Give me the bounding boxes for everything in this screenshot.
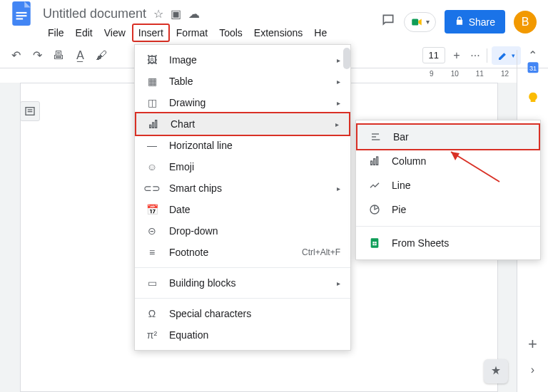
footnote-icon: ≡: [145, 247, 159, 258]
document-title[interactable]: Untitled document: [43, 6, 146, 21]
menu-file[interactable]: File: [43, 25, 69, 41]
insert-emoji[interactable]: ☺ Emoji: [135, 156, 350, 177]
share-label: Share: [469, 16, 495, 28]
insert-dropdown[interactable]: ⊝ Drop-down: [135, 220, 350, 242]
emoji-icon: ☺: [145, 161, 159, 172]
svg-rect-14: [371, 161, 372, 165]
menu-separator: [135, 267, 350, 268]
insert-building-blocks[interactable]: ▭ Building blocks ▸: [135, 272, 350, 294]
building-blocks-icon: ▭: [145, 277, 159, 289]
meet-button[interactable]: ▾: [404, 12, 436, 32]
insert-image[interactable]: 🖼 Image ▸: [135, 49, 350, 71]
insert-footnote[interactable]: ≡ Footnote Ctrl+Alt+F: [135, 242, 350, 263]
chart-from-sheets[interactable]: From Sheets: [356, 231, 540, 255]
add-icon[interactable]: +: [526, 335, 540, 349]
svg-rect-1: [16, 12, 27, 14]
chevron-right-icon: ▸: [337, 56, 340, 64]
avatar[interactable]: B: [514, 11, 537, 33]
insert-smart-chips[interactable]: ⊂⊃ Smart chips ▸: [135, 177, 350, 199]
undo-button[interactable]: ↶: [9, 48, 23, 63]
font-size-box[interactable]: 11: [422, 47, 445, 63]
svg-rect-15: [374, 159, 375, 165]
cloud-status-icon[interactable]: ☁: [188, 7, 200, 21]
insert-chart[interactable]: Chart ▸: [135, 112, 350, 136]
bar-chart-icon: [369, 131, 383, 143]
chevron-down-icon: ▾: [426, 18, 430, 26]
drawing-icon: ◫: [145, 97, 159, 108]
docs-app-icon[interactable]: [11, 1, 31, 26]
chart-pie[interactable]: Pie: [356, 197, 540, 222]
insert-date[interactable]: 📅 Date: [135, 199, 350, 220]
image-icon: 🖼: [145, 54, 159, 66]
svg-text:31: 31: [529, 65, 536, 72]
svg-rect-16: [377, 157, 378, 165]
svg-rect-3: [16, 18, 24, 19]
outline-toggle-icon[interactable]: [20, 101, 40, 121]
horizontal-line-icon: —: [145, 140, 159, 151]
svg-line-22: [451, 152, 499, 182]
chevron-right-icon: ▸: [337, 185, 340, 192]
svg-rect-10: [156, 120, 157, 128]
collapse-sidepanel-icon[interactable]: ›: [526, 363, 540, 378]
svg-rect-4: [412, 19, 418, 25]
menu-view[interactable]: View: [99, 25, 131, 41]
print-button[interactable]: 🖶: [51, 48, 66, 63]
chart-icon: [146, 118, 161, 130]
menu-extensions[interactable]: Extensions: [249, 25, 308, 41]
chevron-right-icon: ▸: [335, 120, 339, 128]
sheets-icon: [367, 237, 382, 249]
insert-horizontal-line[interactable]: — Horizontal line: [135, 135, 350, 156]
menu-tools[interactable]: Tools: [214, 25, 248, 41]
toolbar-more[interactable]: ···: [468, 48, 482, 63]
equation-icon: π²: [145, 329, 159, 341]
insert-special-characters[interactable]: Ω Special characters: [135, 303, 350, 324]
chevron-right-icon: ▸: [337, 78, 340, 86]
lock-icon: [455, 16, 465, 28]
insert-drawing[interactable]: ◫ Drawing ▸: [135, 92, 350, 113]
annotation-arrow: [442, 146, 507, 192]
chevron-down-icon: ▾: [512, 52, 515, 59]
keep-icon[interactable]: [526, 91, 540, 105]
font-size-increase[interactable]: +: [450, 48, 464, 63]
move-icon[interactable]: ▣: [171, 7, 181, 21]
svg-rect-8: [150, 125, 151, 128]
menu-insert[interactable]: Insert: [132, 24, 170, 42]
share-button[interactable]: Share: [445, 10, 505, 33]
ruler: 9 10 11 12: [430, 70, 509, 78]
insert-equation[interactable]: π² Equation: [135, 324, 350, 346]
comments-icon[interactable]: [381, 13, 395, 31]
menu-edit[interactable]: Edit: [71, 25, 98, 41]
chevron-right-icon: ▸: [337, 99, 340, 107]
line-chart-icon: [367, 180, 382, 191]
menu-separator: [356, 226, 540, 227]
star-icon[interactable]: ☆: [153, 7, 163, 21]
chevron-right-icon: ▸: [337, 279, 340, 287]
explore-button[interactable]: [484, 359, 508, 383]
shortcut-label: Ctrl+Alt+F: [302, 247, 340, 257]
menu-format[interactable]: Format: [171, 25, 213, 41]
redo-button[interactable]: ↷: [30, 48, 44, 63]
calendar-icon[interactable]: 31: [526, 60, 540, 74]
date-icon: 📅: [145, 204, 159, 215]
dropdown-icon: ⊝: [145, 225, 159, 237]
omega-icon: Ω: [145, 308, 159, 319]
column-chart-icon: [367, 155, 382, 167]
pie-chart-icon: [367, 204, 382, 215]
paint-format-button[interactable]: 🖌: [94, 48, 108, 63]
menu-separator: [135, 298, 350, 299]
svg-rect-9: [153, 123, 154, 128]
menu-help[interactable]: He: [309, 25, 332, 41]
spellcheck-button[interactable]: A̲: [73, 48, 87, 63]
smart-chips-icon: ⊂⊃: [145, 182, 159, 194]
table-icon: ▦: [145, 76, 159, 87]
svg-rect-2: [16, 15, 27, 16]
insert-table[interactable]: ▦ Table ▸: [135, 71, 350, 92]
insert-menu-dropdown: 🖼 Image ▸ ▦ Table ▸ ◫ Drawing ▸ Chart ▸ …: [134, 44, 351, 351]
